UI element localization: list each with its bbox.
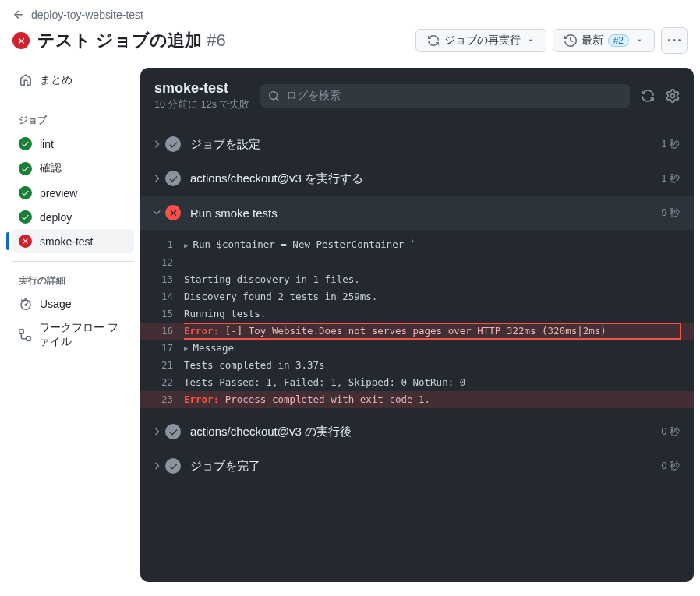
- log-line[interactable]: 22Tests Passed: 1, Failed: 1, Skipped: 0…: [140, 374, 694, 391]
- workflow-icon: [19, 329, 31, 341]
- line-number: 12: [140, 254, 184, 271]
- line-number: 1: [140, 236, 184, 254]
- latest-run-button[interactable]: 最新 #2: [553, 29, 655, 52]
- page-title: テスト ジョブの追加 #6: [37, 29, 226, 52]
- line-content: [184, 254, 683, 271]
- log-step[interactable]: actions/checkout@v3 を実行する 1 秒: [140, 161, 694, 196]
- log-step[interactable]: ジョブを完了 0 秒: [140, 449, 694, 483]
- check-icon: [165, 424, 181, 439]
- sidebar-item-label: 確認: [40, 161, 62, 175]
- status-fail-icon: [12, 32, 30, 49]
- log-line[interactable]: 17▶Message: [140, 340, 694, 358]
- log-step-expanded[interactable]: Run smoke tests 9 秒: [140, 196, 694, 230]
- chevron-down-icon: [148, 207, 165, 218]
- step-name: ジョブを完了: [190, 459, 662, 474]
- settings-button[interactable]: [666, 89, 680, 103]
- log-line[interactable]: 13Starting discovery in 1 files.: [140, 271, 694, 288]
- sidebar-job-validate[interactable]: 確認: [12, 156, 134, 181]
- line-number: 22: [140, 374, 184, 391]
- log-job-title: smoke-test: [154, 80, 249, 97]
- disclosure-triangle-icon[interactable]: ▶: [184, 237, 188, 254]
- log-search-input[interactable]: ログを検索: [260, 84, 630, 108]
- sidebar-job-deploy[interactable]: deploy: [12, 205, 134, 229]
- line-number: 13: [140, 271, 184, 288]
- line-number: 21: [140, 357, 184, 374]
- sidebar-job-smoke-test[interactable]: smoke-test: [12, 229, 134, 253]
- log-line[interactable]: 12: [140, 254, 694, 271]
- home-icon: [19, 74, 32, 86]
- sync-icon: [427, 34, 440, 47]
- step-name: actions/checkout@v3 の実行後: [190, 425, 662, 439]
- disclosure-triangle-icon[interactable]: ▶: [184, 340, 188, 357]
- check-icon: [19, 186, 32, 199]
- step-duration: 0 秒: [662, 425, 680, 439]
- log-job-subtitle: 10 分前に 12s で失敗: [154, 98, 249, 111]
- step-duration: 1 秒: [662, 172, 680, 185]
- check-icon: [165, 136, 181, 152]
- kebab-menu-button[interactable]: [661, 27, 688, 54]
- line-content: Tests Passed: 1, Failed: 1, Skipped: 0 N…: [184, 374, 683, 391]
- sidebar-item-label: smoke-test: [40, 235, 93, 248]
- sidebar-item-label: lint: [40, 138, 54, 150]
- line-content: Discovery found 2 tests in 259ms.: [184, 288, 683, 305]
- log-line[interactable]: 23Error: Process completed with exit cod…: [140, 391, 694, 408]
- rerun-jobs-button[interactable]: ジョブの再実行: [415, 29, 546, 52]
- log-line[interactable]: 15Running tests.: [140, 305, 694, 323]
- stopwatch-icon: [19, 298, 32, 310]
- line-content: Error: Process completed with exit code …: [184, 391, 683, 408]
- breadcrumb-label: deploy-toy-website-test: [31, 9, 143, 21]
- log-line[interactable]: 1▶Run $container = New-PesterContainer `: [140, 236, 694, 254]
- log-step[interactable]: ジョブを設定 1 秒: [140, 127, 694, 161]
- kebab-icon: [668, 34, 681, 47]
- chevron-right-icon: [148, 139, 165, 150]
- sidebar-job-preview[interactable]: preview: [12, 181, 134, 205]
- line-content: Tests completed in 3.37s: [184, 357, 683, 374]
- step-name: Run smoke tests: [190, 206, 662, 220]
- sidebar: まとめ ジョブ lint 確認 preview deploy smoke-tes…: [0, 68, 140, 582]
- line-number: 17: [140, 340, 184, 358]
- check-icon: [19, 137, 32, 150]
- log-line[interactable]: 14Discovery found 2 tests in 259ms.: [140, 288, 694, 305]
- sidebar-item-label: Usage: [40, 298, 71, 310]
- refresh-button[interactable]: [641, 89, 655, 103]
- step-name: ジョブを設定: [190, 137, 662, 152]
- history-icon: [564, 34, 577, 47]
- line-number: 15: [140, 305, 184, 323]
- caret-down-icon: [635, 37, 643, 44]
- step-duration: 9 秒: [662, 206, 680, 220]
- sidebar-job-lint[interactable]: lint: [12, 132, 134, 156]
- caret-down-icon: [527, 37, 535, 44]
- x-icon: [165, 205, 181, 220]
- divider: [12, 261, 134, 262]
- log-line[interactable]: 21Tests completed in 3.37s: [140, 357, 694, 374]
- sidebar-item-label: まとめ: [40, 73, 72, 87]
- log-panel: smoke-test 10 分前に 12s で失敗 ログを検索 ジョブを設定 1…: [140, 68, 694, 582]
- details-heading: 実行の詳細: [12, 270, 134, 292]
- log-step[interactable]: actions/checkout@v3 の実行後 0 秒: [140, 414, 694, 449]
- sidebar-usage[interactable]: Usage: [12, 292, 134, 316]
- sidebar-item-label: deploy: [40, 211, 72, 224]
- breadcrumb[interactable]: deploy-toy-website-test: [12, 9, 688, 21]
- check-icon: [165, 171, 181, 186]
- step-duration: 0 秒: [662, 460, 680, 473]
- chevron-right-icon: [148, 173, 165, 184]
- attempt-badge: #2: [608, 34, 629, 47]
- search-icon: [268, 90, 280, 102]
- log-lines: 1▶Run $container = New-PesterContainer `…: [140, 230, 694, 414]
- step-name: actions/checkout@v3 を実行する: [190, 171, 662, 186]
- line-content: Running tests.: [184, 305, 683, 323]
- line-content: Error: [-] Toy Website.Does not serves p…: [184, 323, 683, 340]
- line-number: 23: [140, 391, 184, 408]
- line-content: ▶Run $container = New-PesterContainer `: [184, 236, 683, 254]
- x-icon: [19, 235, 32, 248]
- sidebar-summary[interactable]: まとめ: [12, 68, 134, 93]
- line-number: 14: [140, 288, 184, 305]
- check-icon: [165, 458, 181, 474]
- sidebar-item-label: preview: [40, 187, 77, 199]
- line-content: ▶Message: [184, 340, 683, 358]
- log-line[interactable]: 16Error: [-] Toy Website.Does not serves…: [140, 323, 694, 340]
- jobs-heading: ジョブ: [12, 109, 134, 132]
- sidebar-workflow-file[interactable]: ワークフロー ファイル: [12, 316, 134, 354]
- arrow-left-icon: [12, 9, 25, 21]
- step-duration: 1 秒: [662, 138, 680, 151]
